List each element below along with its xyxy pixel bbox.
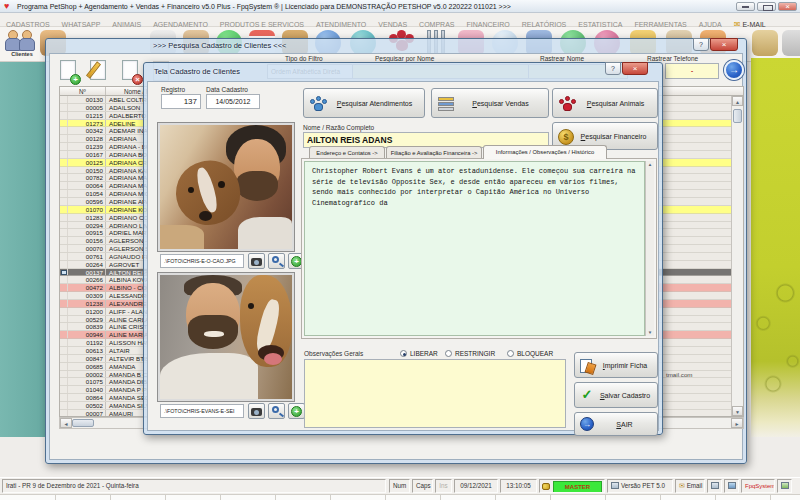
toolbar-icon-clientes[interactable]: Clientes [3, 29, 41, 62]
plus-badge: + [70, 74, 81, 85]
salvar-cadastro-button[interactable]: ✓ Salvar Cadastro [574, 382, 658, 408]
tab-informacoes[interactable]: Informações / Observações / Histórico [483, 145, 607, 159]
dialog-close-button[interactable]: × [622, 62, 648, 75]
filter-type-label: Tipo do Filtro [285, 55, 323, 62]
app-window: ♥ Programa PetShop + Agendamento + Venda… [0, 0, 800, 500]
minimize-button[interactable] [736, 2, 755, 11]
client-dialog: Tela Cadastro de Clientes ? × Registro 1… [143, 62, 663, 435]
magnifier-icon [272, 256, 279, 263]
toolbar-icon-misc[interactable] [782, 30, 800, 56]
extra-icon [781, 482, 789, 489]
dialog-help-button[interactable]: ? [605, 62, 621, 75]
client-photo-1 [158, 123, 294, 251]
menu-bar: CADASTROSWHATSAPPANIMAISAGENDAMENTOPRODU… [0, 13, 800, 27]
check-icon: ✓ [579, 387, 595, 403]
toolbar-icon-bag[interactable] [752, 30, 778, 56]
key-icon [542, 483, 550, 490]
pesquisar-atendimentos-button[interactable]: Pesquisar Atendimentos [303, 88, 425, 118]
person-icon [19, 30, 33, 50]
scroll-up-icon[interactable]: ▲ [732, 96, 743, 106]
radio-liberar[interactable] [400, 350, 407, 357]
radio-liberar-label: LIBERAR [410, 350, 438, 357]
app-title: Programa PetShop + Agendamento + Vendas … [17, 0, 511, 13]
mdi-background-right [751, 58, 800, 437]
search-by-name-label: Pesquisar por Nome [375, 55, 434, 62]
edit-record-icon[interactable] [87, 59, 111, 85]
dialog-title: Tela Cadastro de Clientes [144, 63, 662, 81]
radio-restringir-label: RESTRINGIR [455, 350, 495, 357]
exit-arrow-icon: → [580, 417, 594, 431]
registro-field[interactable]: 137 [161, 94, 201, 109]
radio-bloquear[interactable] [507, 350, 514, 357]
obs-gerais-textarea[interactable] [304, 359, 566, 428]
status-email[interactable]: ✉ Email [675, 479, 705, 493]
go-search-button[interactable]: → [724, 60, 744, 80]
radio-bloquear-label: BLOQUEAR [517, 350, 553, 357]
scroll-thumb[interactable] [733, 109, 742, 123]
dog-eye [218, 181, 225, 188]
dog-eye [248, 303, 254, 309]
close-window-button[interactable]: × [710, 38, 738, 51]
track-phone-label: Rastrear Telefone [647, 55, 698, 62]
status-caps: Caps [412, 479, 433, 493]
data-cadastro-field[interactable]: 14/05/2012 [206, 94, 260, 109]
scroll-right-icon[interactable]: ► [731, 418, 743, 428]
column-number: Nº [60, 87, 106, 95]
printer-icon [711, 482, 719, 489]
maximize-button[interactable] [757, 2, 776, 11]
scroll-down-icon[interactable]: ▼ [732, 406, 743, 416]
help-button[interactable]: ? [693, 38, 709, 51]
memo-scrollbar[interactable]: ▲ ▼ [645, 161, 654, 336]
scroll-up-icon[interactable]: ▲ [646, 162, 654, 167]
delete-record-icon[interactable]: × [119, 59, 143, 85]
photo2-add-button[interactable]: + [288, 403, 305, 419]
scroll-thumb[interactable] [72, 419, 94, 427]
pesquisar-animais-button[interactable]: Pesquisar Animais [552, 88, 658, 118]
registro-label: Registro [161, 86, 185, 93]
photo2-path-field[interactable]: .\FOTO\CHRIS-EVANS-E-SEI [160, 404, 244, 418]
envelope-icon: ✉ [679, 482, 685, 489]
green-plus-icon: + [291, 406, 302, 417]
imprimir-ficha-button[interactable]: Imprimir Ficha [574, 352, 658, 378]
x-badge: × [132, 74, 143, 85]
radio-restringir[interactable] [445, 350, 452, 357]
person-icon [5, 30, 19, 50]
status-bar: Irati - PR 9 de Dezembro de 2021 - Quint… [0, 477, 800, 494]
row-email-fragment: tmail.com [666, 371, 692, 379]
status-user-name: MASTER [553, 481, 602, 493]
mdi-background-left [0, 62, 45, 437]
pesquisar-vendas-button[interactable]: Pesquisar Vendas [431, 88, 549, 118]
photo2-camera-button[interactable] [248, 403, 265, 419]
historico-textarea[interactable]: Christopher Robert Evans é um ator estad… [304, 161, 645, 336]
scroll-left-icon[interactable]: ◄ [60, 418, 72, 428]
photo1-camera-button[interactable] [248, 253, 265, 269]
sair-button[interactable]: → SAIR [574, 412, 658, 436]
photo1-zoom-button[interactable] [268, 253, 285, 269]
scroll-down-icon[interactable]: ▼ [646, 330, 654, 335]
track-phone-input[interactable]: - [665, 63, 719, 79]
paw-blue-icon [309, 94, 329, 113]
blanket [160, 225, 204, 249]
status-time: 13:10:05 [500, 479, 537, 493]
row-selected-icon [61, 270, 67, 275]
camera-icon [251, 258, 262, 266]
version-icon [611, 482, 619, 489]
status-monitor[interactable] [724, 479, 739, 493]
paw-red-icon [558, 94, 578, 113]
man-shirt [238, 217, 292, 249]
photo1-path-field[interactable]: .\FOTO\CHRIS-E-O-CAO.JPG [160, 254, 244, 268]
vertical-scrollbar[interactable]: ▲ ▼ [731, 96, 743, 416]
camera-icon [251, 408, 262, 416]
man-beard [236, 171, 278, 201]
track-name-label: Rastrear Nome [540, 55, 584, 62]
nome-label: Nome / Razão Completo [303, 124, 374, 131]
status-extra[interactable] [777, 479, 792, 493]
status-brand: FpqSystem [741, 479, 775, 493]
app-title-bar: ♥ Programa PetShop + Agendamento + Venda… [0, 0, 800, 13]
search-window-title: >>> Pesquisa Cadastro de Clientes <<< [46, 39, 746, 53]
obs-gerais-label: Observações Gerais [304, 350, 363, 357]
close-button[interactable] [778, 2, 797, 11]
photo2-zoom-button[interactable] [268, 403, 285, 419]
add-record-icon[interactable]: + [57, 59, 81, 85]
status-printer[interactable] [707, 479, 722, 493]
